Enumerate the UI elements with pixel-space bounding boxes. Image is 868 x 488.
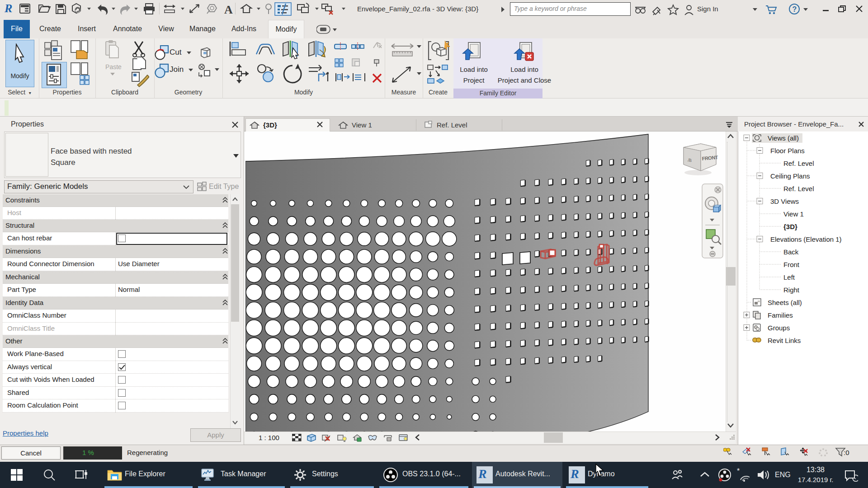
- svg-text:Groups: Groups: [768, 324, 790, 332]
- svg-text:.B: .B: [687, 157, 692, 163]
- svg-text:Elevations (Elevation 1): Elevations (Elevation 1): [770, 235, 842, 243]
- svg-text:Front: Front: [783, 261, 800, 268]
- svg-text:3D Views: 3D Views: [770, 197, 799, 205]
- svg-text:Revit Links: Revit Links: [768, 337, 801, 344]
- svg-text:Ref. Level: Ref. Level: [783, 160, 814, 167]
- svg-text:Views (all): Views (all): [768, 134, 799, 142]
- svg-text:Right: Right: [783, 286, 800, 294]
- svg-text:Sheets (all): Sheets (all): [768, 299, 802, 306]
- svg-text:Ref. Level: Ref. Level: [783, 185, 814, 192]
- svg-text:*: *: [737, 468, 740, 475]
- svg-text:{3D}: {3D}: [783, 223, 797, 230]
- svg-text:View 1: View 1: [783, 210, 804, 218]
- svg-text:A: A: [224, 3, 233, 16]
- svg-text:Floor Plans: Floor Plans: [770, 147, 805, 155]
- svg-text:Back: Back: [783, 248, 799, 256]
- svg-text:Left: Left: [783, 273, 795, 281]
- svg-text:Ceiling Plans: Ceiling Plans: [770, 172, 810, 180]
- svg-text:?: ?: [793, 5, 797, 13]
- svg-text:Families: Families: [768, 311, 793, 319]
